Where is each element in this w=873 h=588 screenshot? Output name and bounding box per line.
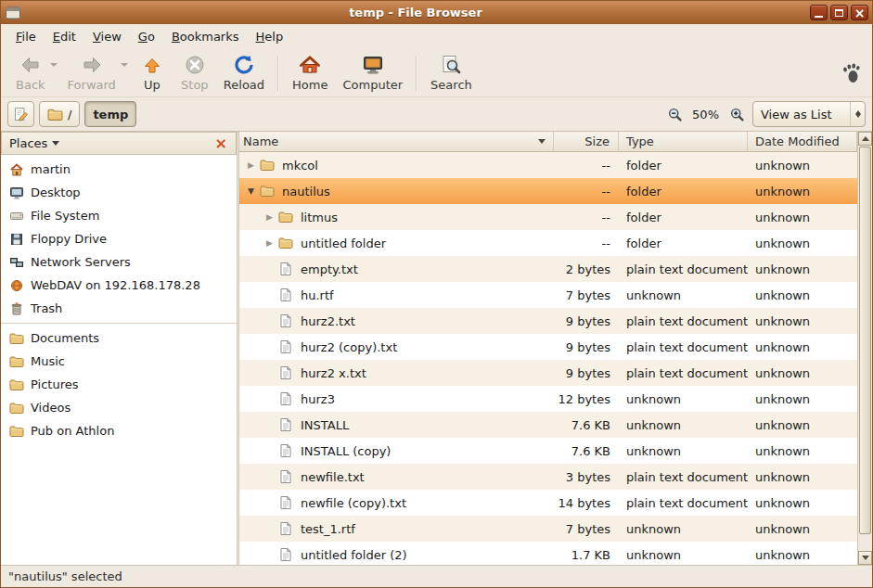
list-column-headers: NameSizeTypeDate Modified <box>239 132 857 152</box>
file-row-empty-txt[interactable]: empty.txt2 bytesplain text documentunkno… <box>239 256 857 282</box>
toolbar-forward-dropdown-icon[interactable] <box>121 63 128 70</box>
file-name-label: INSTALL <box>301 418 349 432</box>
window-buttons: × <box>810 5 868 20</box>
toolbar-reload-button[interactable]: Reload <box>216 51 272 95</box>
toolbar-group-stop: Stop <box>173 51 216 95</box>
toolbar-back-button[interactable]: Back <box>8 51 53 95</box>
sidebar-item-pictures[interactable]: Pictures <box>1 373 237 396</box>
file-row-hurz2-x-txt[interactable]: hurz2 x.txt9 bytesplain text documentunk… <box>239 360 857 386</box>
toolbar: BackForwardUpStopReloadHomeComputerSearc… <box>1 49 872 97</box>
expander-expanded-icon[interactable]: ▼ <box>243 186 259 196</box>
file-row-hurz2-txt[interactable]: hurz2.txt9 bytesplain text documentunkno… <box>239 308 857 334</box>
file-name-label: untitled folder (2) <box>301 548 407 562</box>
column-header-date-modified[interactable]: Date Modified <box>748 132 857 152</box>
menu-bookmarks[interactable]: Bookmarks <box>164 26 247 47</box>
scroll-up-button[interactable] <box>858 132 872 146</box>
sidebar-item-martin[interactable]: martin <box>1 158 237 181</box>
toolbar-forward-button[interactable]: Forward <box>60 51 123 95</box>
edit-location-button[interactable] <box>7 101 34 127</box>
sidebar-item-floppy-drive[interactable]: Floppy Drive <box>1 227 237 250</box>
filesystem-icon <box>9 209 24 224</box>
file-row-mkcol[interactable]: ▶mkcol--folderunknown <box>239 152 857 178</box>
toolbar-back-dropdown-icon[interactable] <box>50 63 58 70</box>
network-icon <box>9 255 24 270</box>
toolbar-stop-button[interactable]: Stop <box>173 51 216 95</box>
column-header-name[interactable]: Name <box>239 132 554 152</box>
toolbar-up-button[interactable]: Up <box>131 51 173 95</box>
scrollbar-thumb[interactable] <box>859 147 871 534</box>
column-header-label: Type <box>626 134 654 148</box>
scroll-down-button[interactable] <box>858 551 872 565</box>
menu-accelerator: F <box>16 30 22 44</box>
file-row-hurz2-copy-txt[interactable]: hurz2 (copy).txt9 bytesplain text docume… <box>239 334 857 360</box>
file-row-hurz3[interactable]: hurz312 bytesunknownunknown <box>239 386 857 412</box>
sidebar-item-pub-on-athlon[interactable]: Pub on Athlon <box>1 419 237 442</box>
file-row-install-copy[interactable]: INSTALL (copy)7.6 KBunknownunknown <box>239 438 857 464</box>
sidebar-item-documents[interactable]: Documents <box>1 326 237 350</box>
toolbar-home-button[interactable]: Home <box>285 51 335 95</box>
menu-edit[interactable]: Edit <box>45 26 83 47</box>
arrow-up-icon <box>141 54 163 76</box>
zoom-out-button[interactable] <box>664 104 685 124</box>
sidebar-item-videos[interactable]: Videos <box>1 396 237 419</box>
view-mode-select[interactable]: View as List <box>752 101 866 127</box>
file-row-newfile-txt[interactable]: newfile.txt3 bytesplain text documentunk… <box>239 464 857 490</box>
toolbar-reload-label: Reload <box>224 78 264 92</box>
sidebar-close-icon[interactable]: × <box>212 136 231 151</box>
sidebar-item-webdav-on-192-168-178-28[interactable]: WebDAV on 192.168.178.28 <box>1 274 237 297</box>
minimize-icon <box>815 16 823 18</box>
file-name-label: hurz2 x.txt <box>301 366 366 380</box>
file-row-untitled-folder[interactable]: ▶untitled folder--folderunknown <box>239 230 857 256</box>
file-row-test-1-rtf[interactable]: test_1.rtf7 bytesunknownunknown <box>239 516 857 542</box>
cell-modified: unknown <box>748 178 857 204</box>
title-bar[interactable]: temp - File Browser × <box>1 1 872 24</box>
menu-file[interactable]: File <box>8 26 44 47</box>
cell-modified: unknown <box>748 360 857 386</box>
expander-collapsed-icon[interactable]: ▶ <box>262 212 277 222</box>
file-row-newfile-copy-txt[interactable]: newfile (copy).txt14 bytesplain text doc… <box>239 490 857 516</box>
file-row-install[interactable]: INSTALL7.6 KBunknownunknown <box>239 412 857 438</box>
cell-modified: unknown <box>748 152 857 178</box>
path-root-button[interactable]: / <box>39 101 80 127</box>
menu-view[interactable]: View <box>85 26 129 47</box>
column-header-size[interactable]: Size <box>554 132 619 152</box>
toolbar-search-button[interactable]: Search <box>423 51 480 95</box>
text-file-icon <box>277 288 294 302</box>
path-current-button[interactable]: temp <box>84 101 136 127</box>
sidebar-item-network-servers[interactable]: Network Servers <box>1 250 237 274</box>
cell-size: 3 bytes <box>554 464 619 490</box>
text-file-icon <box>277 469 294 484</box>
expander-collapsed-icon[interactable]: ▶ <box>243 160 259 170</box>
cell-name: hurz2 x.txt <box>239 360 554 386</box>
column-header-type[interactable]: Type <box>619 132 748 152</box>
zoom-in-button[interactable] <box>726 104 747 124</box>
status-bar: "nautilus" selected <box>1 565 872 587</box>
sidebar-item-music[interactable]: Music <box>1 350 237 373</box>
menu-help[interactable]: Help <box>249 26 291 47</box>
places-header[interactable]: Places × <box>1 132 237 155</box>
file-row-untitled-folder-2[interactable]: untitled folder (2)1.7 KBunknownunknown <box>239 542 857 565</box>
menu-go[interactable]: Go <box>131 26 162 47</box>
expander-collapsed-icon[interactable]: ▶ <box>262 238 277 248</box>
sidebar-item-file-system[interactable]: File System <box>1 204 237 227</box>
trash-icon <box>9 301 24 316</box>
file-row-hu-rtf[interactable]: hu.rtf7 bytesunknownunknown <box>239 282 857 308</box>
webdav-icon <box>9 278 24 293</box>
close-button[interactable]: × <box>851 5 868 20</box>
sidebar-item-desktop[interactable]: Desktop <box>1 181 237 204</box>
gnome-throbber-icon <box>841 61 865 85</box>
sidebar-item-label: Network Servers <box>31 255 131 269</box>
places-title: Places <box>9 136 47 150</box>
folder-icon <box>9 424 24 439</box>
file-row-nautilus[interactable]: ▼nautilus--folderunknown <box>239 178 857 204</box>
maximize-button[interactable] <box>830 5 848 20</box>
sidebar-item-trash[interactable]: Trash <box>1 297 237 320</box>
cell-name: empty.txt <box>239 256 554 282</box>
minimize-button[interactable] <box>810 5 828 20</box>
file-row-litmus[interactable]: ▶litmus--folderunknown <box>239 204 857 230</box>
toolbar-computer-button[interactable]: Computer <box>335 51 410 95</box>
vertical-scrollbar[interactable] <box>857 132 872 565</box>
path-folder-icon <box>47 107 63 122</box>
file-name-label: newfile (copy).txt <box>301 496 406 510</box>
cell-name: ▶mkcol <box>239 152 554 178</box>
